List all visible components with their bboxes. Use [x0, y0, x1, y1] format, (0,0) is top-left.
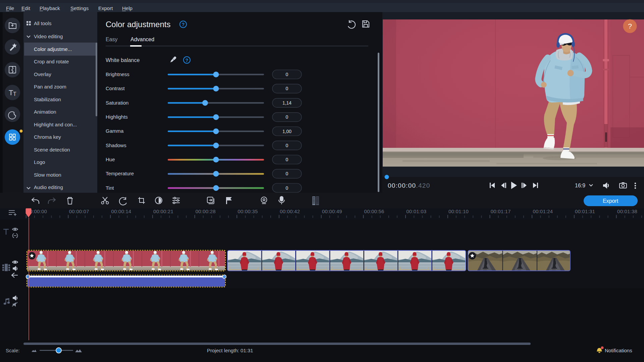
svg-text:?: ? [185, 58, 189, 63]
svg-text:0: 0 [286, 86, 288, 91]
svg-text:Slow motion: Slow motion [34, 172, 61, 178]
svg-text:Easy: Easy [106, 37, 118, 42]
svg-text:Stabilization: Stabilization [34, 97, 61, 102]
svg-text:?: ? [182, 22, 185, 27]
svg-text:Project length: 01:31: Project length: 01:31 [207, 348, 253, 353]
svg-text:Highlight and con...: Highlight and con... [34, 122, 77, 127]
svg-text:Video editing: Video editing [34, 34, 63, 39]
svg-text:Audio editing: Audio editing [34, 184, 63, 190]
svg-text:Hue: Hue [106, 157, 115, 162]
svg-text:00:00:56: 00:00:56 [364, 208, 384, 214]
svg-text:00:00:14: 00:00:14 [111, 208, 131, 214]
svg-text:T: T [9, 88, 13, 97]
svg-text:Export: Export [603, 198, 619, 204]
svg-text:Color adjustme...: Color adjustme... [34, 46, 72, 52]
svg-text:1,00: 1,00 [282, 129, 291, 134]
svg-text:00:01:17: 00:01:17 [491, 208, 511, 214]
svg-text:Settings: Settings [70, 5, 89, 11]
svg-text:Crop and rotate: Crop and rotate [34, 59, 69, 64]
svg-text:Tint: Tint [106, 185, 114, 191]
svg-text:00:01:31: 00:01:31 [575, 208, 595, 214]
svg-text:00:00:35: 00:00:35 [238, 208, 258, 214]
svg-text:16:9: 16:9 [575, 183, 585, 188]
svg-text:00:00:07: 00:00:07 [69, 208, 89, 214]
svg-text:00:00:28: 00:00:28 [196, 208, 216, 214]
svg-text:00:00:00.420: 00:00:00.420 [388, 182, 430, 189]
svg-text:Export: Export [98, 5, 113, 11]
svg-text:0: 0 [286, 157, 288, 162]
svg-text:All tools: All tools [34, 20, 52, 26]
svg-text:Contrast: Contrast [106, 85, 125, 91]
svg-text:0: 0 [286, 185, 288, 191]
svg-text:White balance: White balance [106, 57, 140, 63]
svg-text:00:01:03: 00:01:03 [406, 208, 426, 214]
svg-text:Scene detection: Scene detection [34, 147, 70, 153]
svg-text:Edit: Edit [21, 5, 31, 11]
svg-text:Playback: Playback [40, 5, 60, 11]
svg-text:Notifications: Notifications [605, 348, 632, 353]
svg-text:00:00:42: 00:00:42 [280, 208, 300, 214]
svg-text:Shadows: Shadows [106, 142, 126, 148]
svg-text:00:01:24: 00:01:24 [533, 208, 553, 214]
svg-text:Brightness: Brightness [106, 71, 129, 77]
svg-text:Animation: Animation [34, 109, 56, 115]
svg-text:0: 0 [286, 72, 288, 77]
svg-text:Overlay: Overlay [34, 71, 51, 77]
svg-text:Logo: Logo [34, 159, 45, 165]
svg-text:Gamma: Gamma [106, 128, 124, 134]
svg-text:Temperature: Temperature [106, 171, 134, 176]
svg-text:T: T [13, 91, 16, 97]
svg-text:Highlights: Highlights [106, 114, 128, 120]
svg-text:Advanced: Advanced [130, 37, 154, 42]
svg-text:Scale:: Scale: [6, 348, 20, 353]
svg-text:0: 0 [286, 143, 288, 148]
svg-text:00:00:49: 00:00:49 [322, 208, 342, 214]
svg-text:Saturation: Saturation [106, 100, 128, 106]
svg-text:Color adjustments: Color adjustments [106, 20, 170, 29]
svg-text:?: ? [628, 22, 632, 30]
svg-text:Chroma key: Chroma key [34, 134, 61, 140]
svg-text:1,14: 1,14 [282, 100, 291, 106]
svg-text:Help: Help [122, 5, 132, 11]
svg-text:Pan and zoom: Pan and zoom [34, 84, 66, 89]
svg-text:00:00:21: 00:00:21 [153, 208, 173, 214]
svg-text:0: 0 [286, 171, 288, 176]
svg-text:00:01:38: 00:01:38 [617, 208, 637, 214]
svg-text:00:01:10: 00:01:10 [448, 208, 469, 214]
svg-text:File: File [6, 5, 14, 11]
svg-text:0: 0 [286, 114, 288, 120]
